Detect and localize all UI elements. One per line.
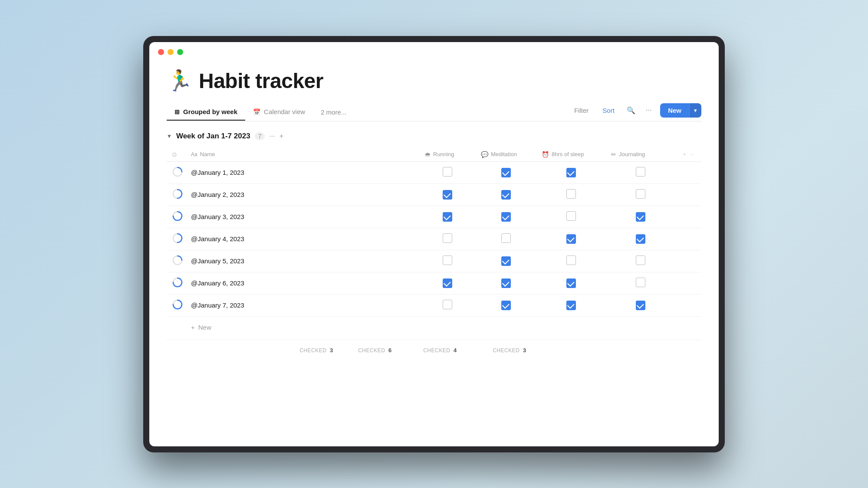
- row-6-meditation-cell[interactable]: [476, 272, 536, 294]
- row-6-name-cell[interactable]: @January 6, 2023: [186, 272, 419, 294]
- row-7-name-cell[interactable]: @January 7, 2023: [186, 294, 419, 316]
- more-views-link[interactable]: 2 more...: [313, 104, 354, 120]
- minimize-button[interactable]: [168, 49, 174, 55]
- table-body: @January 1, 2023 @January 2, 2023: [167, 161, 701, 316]
- row-7-journaling-checkbox[interactable]: [636, 301, 645, 310]
- row-6-running-cell[interactable]: [419, 272, 476, 294]
- row-2-running-cell[interactable]: [419, 183, 476, 206]
- toolbar-actions: Filter Sort 🔍 ··· New ▾: [568, 103, 701, 121]
- row-4-name-cell[interactable]: @January 4, 2023: [186, 228, 419, 250]
- row-7-sleep-checkbox[interactable]: [566, 301, 576, 310]
- row-1-sleep-checkbox[interactable]: [566, 168, 576, 177]
- row-2-sleep-checkbox[interactable]: [566, 189, 576, 199]
- row-7-meditation-checkbox[interactable]: [501, 301, 511, 310]
- row-5-journaling-cell[interactable]: [606, 250, 675, 272]
- th-add-col[interactable]: + ···: [675, 147, 701, 162]
- row-1-sleep-cell[interactable]: [536, 161, 606, 183]
- row-3-journaling-cell[interactable]: [606, 206, 675, 228]
- row-2-sleep-cell[interactable]: [536, 183, 606, 206]
- row-2-name: @January 2, 2023: [191, 191, 244, 198]
- row-3-name-cell[interactable]: @January 3, 2023: [186, 206, 419, 228]
- tab-grouped-by-week[interactable]: ⊞ Grouped by week: [167, 104, 245, 121]
- row-5-sleep-checkbox[interactable]: [566, 255, 576, 265]
- row-4-sleep-cell[interactable]: [536, 228, 606, 250]
- row-5-running-checkbox[interactable]: [443, 255, 452, 265]
- filter-button[interactable]: Filter: [568, 104, 595, 117]
- row-6-extra-cell: [675, 272, 701, 294]
- name-col-label: Name: [200, 151, 215, 157]
- meditation-checked-count: 6: [388, 347, 392, 354]
- sleep-summary: CHECKED 4: [405, 347, 475, 354]
- row-5-sleep-cell[interactable]: [536, 250, 606, 272]
- journaling-checked-label: CHECKED: [493, 347, 519, 354]
- row-4-running-checkbox[interactable]: [443, 233, 452, 243]
- calendar-icon: 📅: [253, 108, 260, 115]
- row-7-name: @January 7, 2023: [191, 301, 244, 309]
- row-2-journaling-cell[interactable]: [606, 183, 675, 206]
- row-5-meditation-cell[interactable]: [476, 250, 536, 272]
- running-checked-label: CHECKED: [299, 347, 326, 354]
- row-5-meditation-checkbox[interactable]: [501, 256, 511, 266]
- more-options-button[interactable]: ···: [641, 104, 656, 117]
- week-collapse-arrow[interactable]: ▼: [167, 133, 172, 139]
- row-4-journaling-cell[interactable]: [606, 228, 675, 250]
- row-7-meditation-cell[interactable]: [476, 294, 536, 316]
- new-dropdown-button[interactable]: ▾: [689, 103, 701, 118]
- row-4-meditation-checkbox[interactable]: [501, 233, 511, 243]
- tab-calendar-label: Calendar view: [264, 108, 305, 115]
- tab-calendar-view[interactable]: 📅 Calendar view: [245, 104, 313, 121]
- add-new-row-button[interactable]: + New: [167, 318, 701, 336]
- row-5-running-cell[interactable]: [419, 250, 476, 272]
- row-4-running-cell[interactable]: [419, 228, 476, 250]
- row-2-name-cell[interactable]: @January 2, 2023: [186, 183, 419, 206]
- row-5-extra-cell: [675, 250, 701, 272]
- row-7-running-checkbox[interactable]: [443, 300, 452, 309]
- row-4-journaling-checkbox[interactable]: [636, 234, 645, 244]
- row-3-name: @January 3, 2023: [191, 213, 244, 220]
- row-6-meditation-checkbox[interactable]: [501, 278, 511, 288]
- table-row: @January 6, 2023: [167, 272, 701, 294]
- row-7-journaling-cell[interactable]: [606, 294, 675, 316]
- close-button[interactable]: [158, 49, 164, 55]
- page-title-row: 🏃‍♂️ Habit tracker: [167, 69, 701, 93]
- row-3-sleep-cell[interactable]: [536, 206, 606, 228]
- row-6-journaling-checkbox[interactable]: [636, 278, 645, 287]
- search-button[interactable]: 🔍: [622, 104, 640, 117]
- row-7-sleep-cell[interactable]: [536, 294, 606, 316]
- row-4-meditation-cell[interactable]: [476, 228, 536, 250]
- row-5-journaling-checkbox[interactable]: [636, 255, 645, 265]
- row-3-running-cell[interactable]: [419, 206, 476, 228]
- row-1-meditation-cell[interactable]: [476, 161, 536, 183]
- traffic-lights: [149, 42, 719, 60]
- week-add-button[interactable]: +: [279, 132, 283, 140]
- row-3-sleep-checkbox[interactable]: [566, 211, 576, 221]
- row-6-running-checkbox[interactable]: [443, 278, 452, 288]
- row-2-running-checkbox[interactable]: [443, 190, 452, 200]
- row-3-extra-cell: [675, 206, 701, 228]
- row-3-meditation-checkbox[interactable]: [501, 212, 511, 222]
- row-5-name-cell[interactable]: @January 5, 2023: [186, 250, 419, 272]
- new-button[interactable]: New: [660, 103, 689, 118]
- row-6-sleep-checkbox[interactable]: [566, 278, 576, 288]
- fullscreen-button[interactable]: [177, 49, 183, 55]
- row-2-meditation-checkbox[interactable]: [501, 190, 511, 200]
- row-1-running-cell[interactable]: [419, 161, 476, 183]
- row-1-name-cell[interactable]: @January 1, 2023: [186, 161, 419, 183]
- row-3-meditation-cell[interactable]: [476, 206, 536, 228]
- row-1-running-checkbox[interactable]: [443, 167, 452, 177]
- row-6-journaling-cell[interactable]: [606, 272, 675, 294]
- week-more-options[interactable]: ···: [269, 132, 275, 140]
- habit-table: ⊙ Aa Name 🌧: [167, 147, 701, 317]
- sort-button[interactable]: Sort: [596, 104, 621, 117]
- row-2-journaling-checkbox[interactable]: [636, 189, 645, 199]
- row-1-meditation-checkbox[interactable]: [501, 168, 511, 177]
- row-7-running-cell[interactable]: [419, 294, 476, 316]
- row-2-meditation-cell[interactable]: [476, 183, 536, 206]
- row-4-sleep-checkbox[interactable]: [566, 234, 576, 244]
- row-1-journaling-cell[interactable]: [606, 161, 675, 183]
- row-3-running-checkbox[interactable]: [443, 212, 452, 222]
- row-1-journaling-checkbox[interactable]: [636, 167, 645, 177]
- row-6-sleep-cell[interactable]: [536, 272, 606, 294]
- week-count-badge: 7: [255, 132, 265, 140]
- row-3-journaling-checkbox[interactable]: [636, 212, 645, 222]
